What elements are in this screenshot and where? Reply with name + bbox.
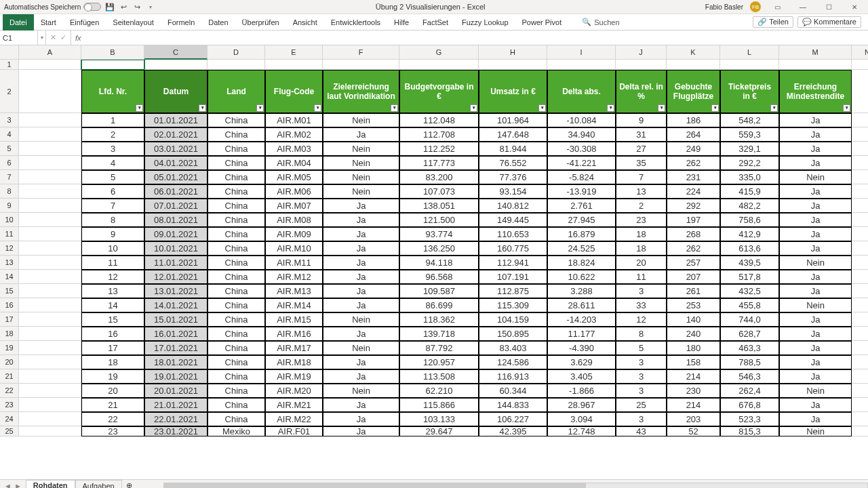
table-cell[interactable]: AIR.M12	[265, 270, 323, 284]
tab-factset[interactable]: FactSet	[416, 14, 455, 30]
redo-icon[interactable]: ↪	[132, 2, 142, 12]
table-cell[interactable]: 224	[667, 184, 720, 199]
table-cell[interactable]: China	[208, 213, 265, 227]
table-cell[interactable]: China	[208, 241, 265, 256]
table-cell[interactable]: 11.01.2021	[144, 256, 208, 270]
table-header[interactable]: Flug-Code▾	[265, 70, 323, 113]
table-cell[interactable]: 3	[616, 355, 667, 369]
table-cell[interactable]: 138.051	[399, 199, 479, 213]
table-cell[interactable]: 13	[616, 184, 667, 199]
cell[interactable]	[19, 312, 81, 327]
table-cell[interactable]: 16.01.2021	[144, 327, 208, 341]
table-cell[interactable]: 12.748	[547, 426, 616, 436]
table-cell[interactable]: Nein	[323, 312, 399, 327]
table-cell[interactable]: AIR.M19	[265, 369, 323, 384]
table-cell[interactable]: Nein	[323, 142, 399, 156]
cell[interactable]	[19, 156, 81, 170]
table-cell[interactable]: 107.191	[479, 270, 547, 284]
table-cell[interactable]: 16.879	[547, 227, 616, 241]
cell[interactable]	[852, 227, 868, 241]
sheet-tab-rohdaten[interactable]: Rohdaten	[26, 480, 75, 489]
row-header-14[interactable]: 14	[0, 270, 19, 284]
table-cell[interactable]: 10	[81, 241, 144, 256]
table-cell[interactable]: 103.133	[399, 412, 479, 426]
comments-button[interactable]: 💬 Kommentare	[797, 16, 861, 28]
table-cell[interactable]: 264	[667, 127, 720, 142]
select-all-corner[interactable]	[0, 45, 19, 60]
table-cell[interactable]: 8	[81, 213, 144, 227]
table-cell[interactable]: 5	[616, 341, 667, 355]
table-cell[interactable]: China	[208, 256, 265, 270]
filter-dropdown-icon[interactable]: ▾	[607, 104, 614, 112]
table-cell[interactable]: 136.250	[399, 241, 479, 256]
table-cell[interactable]: 139.718	[399, 327, 479, 341]
table-cell[interactable]: Ja	[779, 270, 852, 284]
cell[interactable]	[616, 60, 667, 70]
table-cell[interactable]: 230	[667, 384, 720, 398]
table-cell[interactable]: 2	[616, 199, 667, 213]
cell[interactable]	[852, 355, 868, 369]
table-cell[interactable]: 628,7	[720, 327, 779, 341]
undo-icon[interactable]: ↩	[119, 2, 128, 12]
column-header-G[interactable]: G	[399, 45, 479, 60]
table-cell[interactable]: 94.118	[399, 256, 479, 270]
table-cell[interactable]: 8	[616, 327, 667, 341]
cell[interactable]	[852, 270, 868, 284]
table-cell[interactable]: Ja	[779, 341, 852, 355]
table-cell[interactable]: 11	[81, 256, 144, 270]
table-cell[interactable]: 10.01.2021	[144, 241, 208, 256]
row-header-7[interactable]: 7	[0, 170, 19, 184]
table-cell[interactable]: -4.390	[547, 341, 616, 355]
table-cell[interactable]: 3	[616, 369, 667, 384]
table-cell[interactable]: 548,2	[720, 113, 779, 127]
table-cell[interactable]: 415,9	[720, 184, 779, 199]
table-cell[interactable]: 186	[667, 113, 720, 127]
table-cell[interactable]: 12	[616, 312, 667, 327]
table-cell[interactable]: 144.833	[479, 398, 547, 412]
table-cell[interactable]: 104.159	[479, 312, 547, 327]
table-cell[interactable]: China	[208, 355, 265, 369]
row-header-2[interactable]: 2	[0, 70, 19, 113]
table-cell[interactable]: 676,8	[720, 398, 779, 412]
table-cell[interactable]: 93.774	[399, 227, 479, 241]
table-cell[interactable]: 262	[667, 241, 720, 256]
column-header-K[interactable]: K	[667, 45, 720, 60]
table-header[interactable]: Land▾	[208, 70, 265, 113]
table-cell[interactable]: 81.944	[479, 142, 547, 156]
cell[interactable]	[19, 142, 81, 156]
table-cell[interactable]: China	[208, 184, 265, 199]
tab-power-pivot[interactable]: Power Pivot	[515, 14, 569, 30]
table-cell[interactable]: 83.403	[479, 341, 547, 355]
table-cell[interactable]: 13	[81, 284, 144, 298]
cell[interactable]	[852, 170, 868, 184]
table-cell[interactable]: AIR.M07	[265, 199, 323, 213]
table-cell[interactable]: Nein	[323, 156, 399, 170]
table-cell[interactable]: 09.01.2021	[144, 227, 208, 241]
filter-dropdown-icon[interactable]: ▾	[711, 104, 719, 112]
row-header-22[interactable]: 22	[0, 384, 19, 398]
new-sheet-icon[interactable]: ⊕	[122, 481, 136, 488]
table-cell[interactable]: 112.252	[399, 142, 479, 156]
table-cell[interactable]: 257	[667, 256, 720, 270]
table-cell[interactable]: 3	[616, 412, 667, 426]
cancel-icon[interactable]: ✕	[50, 33, 56, 42]
tab-hilfe[interactable]: Hilfe	[387, 14, 416, 30]
save-icon[interactable]: 💾	[105, 2, 115, 12]
cell[interactable]	[852, 412, 868, 426]
table-cell[interactable]: AIR.M08	[265, 213, 323, 227]
formula-input[interactable]	[85, 30, 868, 45]
table-cell[interactable]: 13.01.2021	[144, 284, 208, 298]
table-cell[interactable]: 96.568	[399, 270, 479, 284]
table-header[interactable]: Ticketpreis in €▾	[720, 70, 779, 113]
table-cell[interactable]: 03.01.2021	[144, 142, 208, 156]
table-cell[interactable]: China	[208, 270, 265, 284]
table-cell[interactable]: 3	[616, 384, 667, 398]
table-cell[interactable]: Ja	[323, 227, 399, 241]
table-cell[interactable]: 21	[81, 398, 144, 412]
table-cell[interactable]: 07.01.2021	[144, 199, 208, 213]
table-cell[interactable]: AIR.M11	[265, 256, 323, 270]
table-cell[interactable]: 112.048	[399, 113, 479, 127]
table-cell[interactable]: 28.611	[547, 298, 616, 312]
table-cell[interactable]: 101.964	[479, 113, 547, 127]
cell[interactable]	[852, 384, 868, 398]
